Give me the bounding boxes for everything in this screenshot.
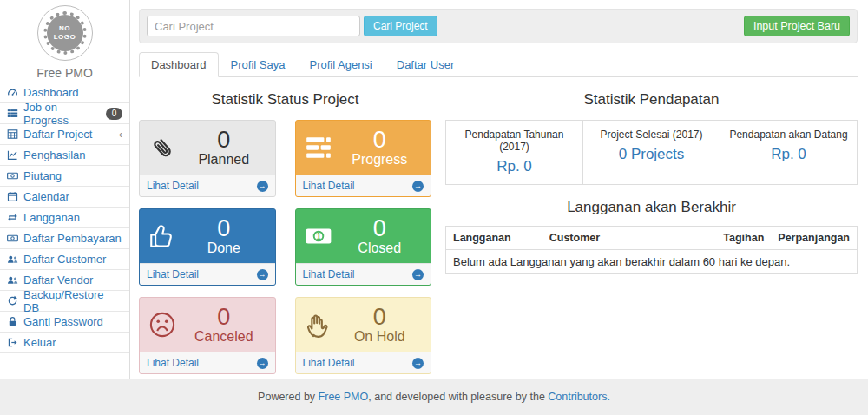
tasks-icon <box>304 133 333 162</box>
brand-block: NO LOGO Free PMO <box>0 0 129 82</box>
status-section-title: Statistik Status Project <box>139 91 431 109</box>
sidebar-item-langganan[interactable]: Langganan <box>0 208 129 228</box>
lihat-detail-link-canceled[interactable]: Lihat Detail → <box>140 352 275 373</box>
income-stat-project-selesai: Project Selesai (2017) 0 Projects <box>582 121 720 184</box>
status-card-done: 0 Done Lihat Detail → <box>139 208 276 286</box>
sidebar: NO LOGO Free PMO Dashboard <box>0 0 130 379</box>
progress-count: 0 <box>337 128 424 152</box>
refresh-icon <box>7 295 18 306</box>
free-pmo-link[interactable]: Free PMO <box>319 391 369 403</box>
sidebar-item-label: Dashboard <box>23 86 79 99</box>
hand-icon <box>304 310 333 339</box>
subscription-empty-message: Belum ada Langganan yang akan berakhir d… <box>446 250 858 274</box>
paperclip-icon <box>148 133 177 162</box>
sidebar-item-backup-restore-db[interactable]: Backup/Restore DB <box>0 291 129 312</box>
arrow-right-icon: → <box>412 269 424 280</box>
sidebar-item-label: Daftar Vendor <box>23 273 93 287</box>
chevron-left-icon: ‹ <box>119 128 122 140</box>
lihat-detail-link-progress[interactable]: Lihat Detail → <box>296 175 431 196</box>
status-card-canceled: 0 Canceled Lihat Detail → <box>139 297 276 374</box>
line-chart-icon <box>7 149 18 161</box>
tab-bar: Dashboard Profil Saya Profil Agensi Daft… <box>139 52 858 77</box>
subscription-table: Langganan Customer Tagihan Perpanjangan … <box>445 226 858 274</box>
income-stat-pendapatan-tahunan: Pendapatan Tahunan (2017) Rp. 0 <box>446 121 582 184</box>
status-cards-grid: 0 Planned Lihat Detail → <box>139 120 431 374</box>
users-icon <box>7 254 18 265</box>
status-card-planned: 0 Planned Lihat Detail → <box>139 120 276 197</box>
search-input[interactable] <box>147 16 360 36</box>
lihat-detail-link-planned[interactable]: Lihat Detail → <box>140 175 275 196</box>
page-footer: Powered by Free PMO, and developed with … <box>0 379 868 415</box>
closed-count: 0 <box>337 216 424 240</box>
search-button[interactable]: Cari Project <box>364 16 437 36</box>
sidebar-item-daftar-customer[interactable]: Daftar Customer <box>0 249 129 270</box>
sidebar-item-label: Penghasilan <box>23 148 86 161</box>
frown-icon <box>148 310 177 339</box>
planned-count: 0 <box>181 128 267 152</box>
lihat-detail-link-done[interactable]: Lihat Detail → <box>140 263 275 285</box>
money-icon <box>7 233 18 244</box>
canceled-count: 0 <box>181 305 267 329</box>
subscription-table-header-row: Langganan Customer Tagihan Perpanjangan <box>446 227 858 250</box>
sidebar-item-job-on-progress[interactable]: Job on Progress 0 <box>0 103 129 124</box>
sidebar-item-daftar-pembayaran[interactable]: Daftar Pembayaran <box>0 228 129 249</box>
money-icon <box>7 170 18 181</box>
logo-line2: LOGO <box>54 33 76 42</box>
status-card-progress: 0 Progress Lihat Detail → <box>295 120 432 197</box>
column-header-tagihan: Tagihan <box>707 227 772 250</box>
tab-dashboard[interactable]: Dashboard <box>139 52 219 77</box>
canceled-label: Canceled <box>181 329 267 345</box>
done-count: 0 <box>181 216 267 240</box>
users-icon <box>7 274 18 286</box>
sidebar-item-keluar[interactable]: Keluar <box>0 333 129 353</box>
lihat-detail-link-on-hold[interactable]: Lihat Detail → <box>296 352 431 373</box>
closed-label: Closed <box>337 240 424 256</box>
status-card-closed: 1 0 Closed Lihat Detail → <box>295 208 432 286</box>
sidebar-item-ganti-password[interactable]: Ganti Password <box>0 312 129 333</box>
subscription-empty-row: Belum ada Langganan yang akan berakhir d… <box>446 250 858 274</box>
income-section-title: Statistik Pendapatan <box>445 91 858 109</box>
sidebar-item-label: Job on Progress <box>23 101 101 127</box>
sidebar-item-piutang[interactable]: Piutang <box>0 166 129 187</box>
done-label: Done <box>181 240 267 256</box>
free-pmo-dashboard-page: NO LOGO Free PMO Dashboard <box>0 0 868 415</box>
logo-line1: NO <box>59 24 70 33</box>
dashboard-content: Statistik Status Project 0 Planned <box>139 77 858 374</box>
sidebar-menu: Dashboard Job on Progress 0 Daftar Proje… <box>0 82 129 353</box>
search-bar: Cari Project Input Project Baru <box>139 9 858 43</box>
input-project-baru-button[interactable]: Input Project Baru <box>744 16 850 36</box>
list-icon <box>7 108 18 119</box>
onhold-count: 0 <box>337 305 424 329</box>
lihat-detail-link-closed[interactable]: Lihat Detail → <box>296 263 431 285</box>
footer-text: Powered by <box>258 391 318 403</box>
tab-profil-saya[interactable]: Profil Saya <box>219 52 298 77</box>
lock-icon <box>7 316 18 327</box>
arrow-right-icon: → <box>257 358 268 369</box>
tab-profil-agensi[interactable]: Profil Agensi <box>297 52 384 77</box>
calendar-icon <box>7 191 18 202</box>
table-icon <box>7 128 18 140</box>
subscription-section-title: Langganan akan Berakhir <box>445 199 858 216</box>
sidebar-item-calendar[interactable]: Calendar <box>0 187 129 208</box>
onhold-label: On Hold <box>337 329 424 345</box>
arrow-right-icon: → <box>257 181 268 192</box>
sign-out-icon <box>7 337 18 348</box>
sidebar-item-label: Daftar Customer <box>23 253 106 266</box>
column-header-perpanjangan: Perpanjangan <box>771 227 857 250</box>
sidebar-item-label: Keluar <box>23 336 56 349</box>
svg-text:1: 1 <box>316 232 321 241</box>
income-stats-table: Pendapatan Tahunan (2017) Rp. 0 Project … <box>445 120 858 185</box>
status-card-on-hold: 0 On Hold Lihat Detail → <box>295 297 432 374</box>
arrow-right-icon: → <box>412 181 424 192</box>
income-section: Statistik Pendapatan Pendapatan Tahunan … <box>445 82 858 374</box>
app-body: NO LOGO Free PMO Dashboard <box>0 0 868 379</box>
contributors-link[interactable]: Contributors. <box>548 391 610 403</box>
sidebar-item-label: Piutang <box>23 169 62 182</box>
income-stat-pendapatan-akan-datang: Pendapatan akan Datang Rp. 0 <box>720 121 857 184</box>
money-bill-icon: 1 <box>304 221 333 251</box>
tab-daftar-user[interactable]: Daftar User <box>385 52 466 77</box>
arrow-right-icon: → <box>412 358 424 369</box>
sidebar-item-daftar-project[interactable]: Daftar Project ‹ <box>0 124 129 145</box>
sidebar-item-penghasilan[interactable]: Penghasilan <box>0 145 129 166</box>
tachometer-icon <box>7 87 18 98</box>
